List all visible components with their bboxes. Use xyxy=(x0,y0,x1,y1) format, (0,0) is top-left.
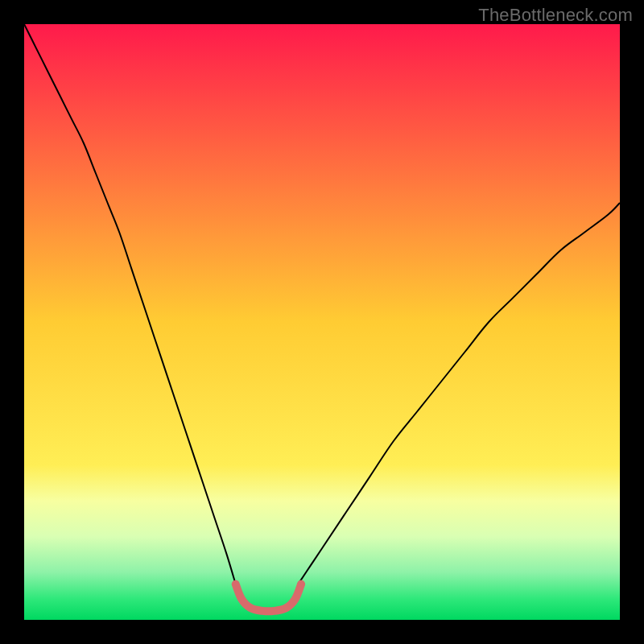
chart-background xyxy=(24,24,620,620)
watermark-text: TheBottleneck.com xyxy=(478,5,633,26)
chart-frame: TheBottleneck.com xyxy=(0,0,644,644)
chart-plot-area xyxy=(24,24,620,620)
chart-svg xyxy=(24,24,620,620)
